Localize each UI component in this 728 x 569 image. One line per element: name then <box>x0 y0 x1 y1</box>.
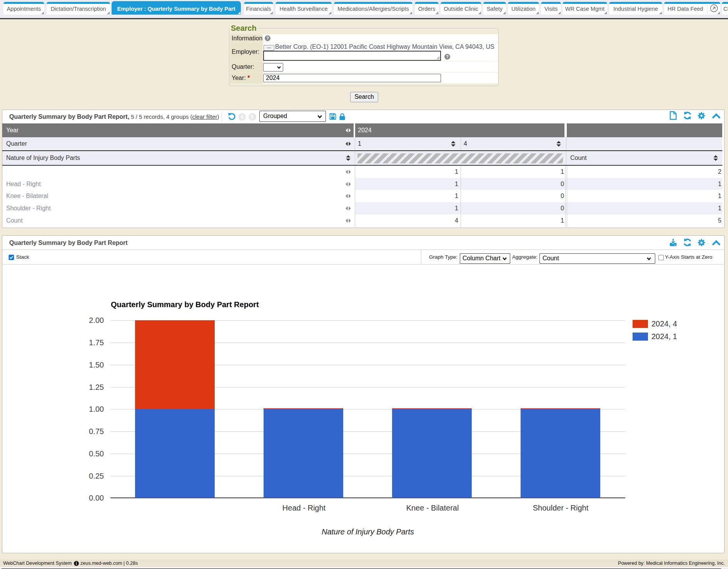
svg-text:?: ? <box>266 36 269 40</box>
svg-text:?: ? <box>446 54 449 59</box>
